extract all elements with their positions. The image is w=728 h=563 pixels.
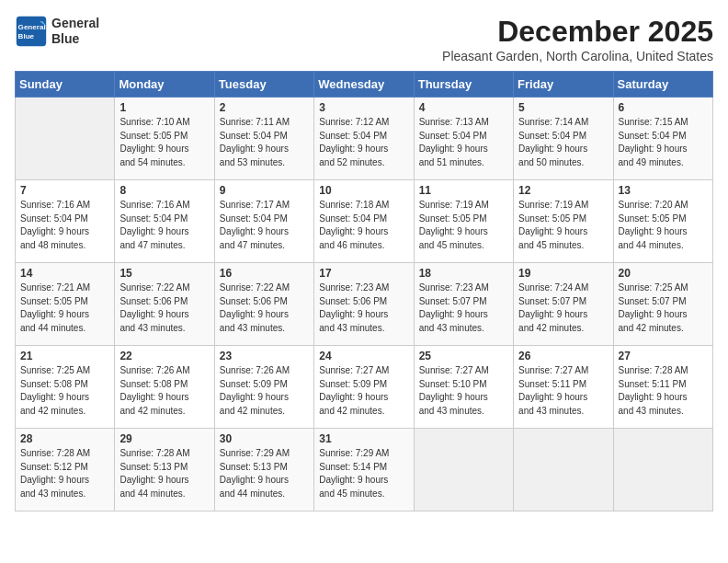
calendar-cell: 9Sunrise: 7:17 AM Sunset: 5:04 PM Daylig… xyxy=(214,180,313,263)
calendar-cell: 24Sunrise: 7:27 AM Sunset: 5:09 PM Dayli… xyxy=(314,346,414,429)
calendar-cell: 27Sunrise: 7:28 AM Sunset: 5:11 PM Dayli… xyxy=(613,346,712,429)
logo-icon: General Blue xyxy=(15,15,48,48)
day-number: 2 xyxy=(220,101,309,114)
calendar-cell: 5Sunrise: 7:14 AM Sunset: 5:04 PM Daylig… xyxy=(514,98,613,180)
day-info: Sunrise: 7:29 AM Sunset: 5:13 PM Dayligh… xyxy=(220,447,309,500)
calendar-cell: 29Sunrise: 7:28 AM Sunset: 5:13 PM Dayli… xyxy=(115,429,214,511)
day-number: 7 xyxy=(20,184,109,197)
day-info: Sunrise: 7:26 AM Sunset: 5:08 PM Dayligh… xyxy=(119,364,209,418)
day-info: Sunrise: 7:18 AM Sunset: 5:04 PM Dayligh… xyxy=(319,199,408,252)
day-info: Sunrise: 7:22 AM Sunset: 5:06 PM Dayligh… xyxy=(220,282,309,335)
calendar-cell: 8Sunrise: 7:16 AM Sunset: 5:04 PM Daylig… xyxy=(115,180,214,263)
column-header-tuesday: Tuesday xyxy=(214,72,313,98)
calendar-cell: 3Sunrise: 7:12 AM Sunset: 5:04 PM Daylig… xyxy=(314,98,414,180)
calendar-cell: 2Sunrise: 7:11 AM Sunset: 5:04 PM Daylig… xyxy=(214,98,313,180)
column-header-thursday: Thursday xyxy=(414,72,513,98)
calendar-cell: 28Sunrise: 7:28 AM Sunset: 5:12 PM Dayli… xyxy=(16,429,115,511)
day-number: 13 xyxy=(619,184,708,197)
calendar-cell: 30Sunrise: 7:29 AM Sunset: 5:13 PM Dayli… xyxy=(214,429,313,511)
calendar-cell: 19Sunrise: 7:24 AM Sunset: 5:07 PM Dayli… xyxy=(514,263,613,346)
day-number: 17 xyxy=(319,267,408,280)
page-header: General Blue General Blue December 2025 … xyxy=(15,15,713,63)
day-number: 3 xyxy=(319,101,408,114)
week-row-5: 28Sunrise: 7:28 AM Sunset: 5:12 PM Dayli… xyxy=(16,429,713,511)
calendar-cell: 18Sunrise: 7:23 AM Sunset: 5:07 PM Dayli… xyxy=(414,263,513,346)
calendar-cell: 11Sunrise: 7:19 AM Sunset: 5:05 PM Dayli… xyxy=(414,180,513,263)
day-info: Sunrise: 7:10 AM Sunset: 5:05 PM Dayligh… xyxy=(119,116,209,169)
day-number: 18 xyxy=(419,267,508,280)
day-info: Sunrise: 7:13 AM Sunset: 5:04 PM Dayligh… xyxy=(419,116,508,169)
day-info: Sunrise: 7:27 AM Sunset: 5:10 PM Dayligh… xyxy=(419,364,508,418)
calendar-cell: 12Sunrise: 7:19 AM Sunset: 5:05 PM Dayli… xyxy=(514,180,613,263)
day-number: 12 xyxy=(518,184,608,197)
calendar-cell: 1Sunrise: 7:10 AM Sunset: 5:05 PM Daylig… xyxy=(115,98,214,180)
week-row-1: 1Sunrise: 7:10 AM Sunset: 5:05 PM Daylig… xyxy=(16,98,713,180)
calendar-cell: 10Sunrise: 7:18 AM Sunset: 5:04 PM Dayli… xyxy=(314,180,414,263)
day-info: Sunrise: 7:16 AM Sunset: 5:04 PM Dayligh… xyxy=(20,199,109,252)
day-info: Sunrise: 7:15 AM Sunset: 5:04 PM Dayligh… xyxy=(619,116,708,169)
column-header-sunday: Sunday xyxy=(16,72,115,98)
day-number: 9 xyxy=(220,184,309,197)
calendar-cell: 21Sunrise: 7:25 AM Sunset: 5:08 PM Dayli… xyxy=(16,346,115,429)
calendar-table: SundayMondayTuesdayWednesdayThursdayFrid… xyxy=(15,71,713,511)
calendar-cell xyxy=(514,429,613,511)
day-info: Sunrise: 7:22 AM Sunset: 5:06 PM Dayligh… xyxy=(119,282,209,335)
week-row-4: 21Sunrise: 7:25 AM Sunset: 5:08 PM Dayli… xyxy=(16,346,713,429)
logo: General Blue General Blue xyxy=(15,15,99,48)
calendar-cell: 25Sunrise: 7:27 AM Sunset: 5:10 PM Dayli… xyxy=(414,346,513,429)
column-header-monday: Monday xyxy=(115,72,214,98)
day-info: Sunrise: 7:27 AM Sunset: 5:09 PM Dayligh… xyxy=(319,364,408,418)
day-number: 29 xyxy=(119,432,209,445)
day-info: Sunrise: 7:23 AM Sunset: 5:06 PM Dayligh… xyxy=(319,282,408,335)
day-number: 30 xyxy=(220,432,309,445)
day-info: Sunrise: 7:12 AM Sunset: 5:04 PM Dayligh… xyxy=(319,116,408,169)
calendar-cell: 31Sunrise: 7:29 AM Sunset: 5:14 PM Dayli… xyxy=(314,429,414,511)
day-info: Sunrise: 7:28 AM Sunset: 5:12 PM Dayligh… xyxy=(20,447,109,500)
column-header-friday: Friday xyxy=(514,72,613,98)
day-number: 21 xyxy=(20,350,109,362)
day-info: Sunrise: 7:20 AM Sunset: 5:05 PM Dayligh… xyxy=(619,199,708,252)
day-info: Sunrise: 7:25 AM Sunset: 5:08 PM Dayligh… xyxy=(20,364,109,418)
svg-text:General: General xyxy=(18,23,46,31)
day-info: Sunrise: 7:21 AM Sunset: 5:05 PM Dayligh… xyxy=(20,282,109,335)
day-info: Sunrise: 7:17 AM Sunset: 5:04 PM Dayligh… xyxy=(220,199,309,252)
day-number: 8 xyxy=(119,184,209,197)
calendar-cell xyxy=(613,429,712,511)
day-number: 6 xyxy=(619,101,708,114)
calendar-cell: 13Sunrise: 7:20 AM Sunset: 5:05 PM Dayli… xyxy=(613,180,712,263)
calendar-cell: 15Sunrise: 7:22 AM Sunset: 5:06 PM Dayli… xyxy=(115,263,214,346)
location: Pleasant Garden, North Carolina, United … xyxy=(442,49,713,63)
calendar-cell xyxy=(414,429,513,511)
day-info: Sunrise: 7:29 AM Sunset: 5:14 PM Dayligh… xyxy=(319,447,408,500)
calendar-cell: 4Sunrise: 7:13 AM Sunset: 5:04 PM Daylig… xyxy=(414,98,513,180)
day-number: 5 xyxy=(518,101,608,114)
day-number: 23 xyxy=(220,350,309,362)
day-number: 1 xyxy=(119,101,209,114)
calendar-cell: 7Sunrise: 7:16 AM Sunset: 5:04 PM Daylig… xyxy=(16,180,115,263)
day-number: 25 xyxy=(419,350,508,362)
day-info: Sunrise: 7:26 AM Sunset: 5:09 PM Dayligh… xyxy=(220,364,309,418)
day-number: 16 xyxy=(220,267,309,280)
column-header-saturday: Saturday xyxy=(613,72,712,98)
calendar-cell: 22Sunrise: 7:26 AM Sunset: 5:08 PM Dayli… xyxy=(115,346,214,429)
day-number: 26 xyxy=(518,350,608,362)
day-info: Sunrise: 7:25 AM Sunset: 5:07 PM Dayligh… xyxy=(619,282,708,335)
week-row-3: 14Sunrise: 7:21 AM Sunset: 5:05 PM Dayli… xyxy=(16,263,713,346)
calendar-cell: 17Sunrise: 7:23 AM Sunset: 5:06 PM Dayli… xyxy=(314,263,414,346)
day-number: 24 xyxy=(319,350,408,362)
day-info: Sunrise: 7:27 AM Sunset: 5:11 PM Dayligh… xyxy=(518,364,608,418)
calendar-cell: 6Sunrise: 7:15 AM Sunset: 5:04 PM Daylig… xyxy=(613,98,712,180)
logo-text: General Blue xyxy=(51,16,99,47)
day-info: Sunrise: 7:14 AM Sunset: 5:04 PM Dayligh… xyxy=(518,116,608,169)
calendar-cell: 14Sunrise: 7:21 AM Sunset: 5:05 PM Dayli… xyxy=(16,263,115,346)
day-info: Sunrise: 7:11 AM Sunset: 5:04 PM Dayligh… xyxy=(220,116,309,169)
day-number: 15 xyxy=(119,267,209,280)
day-number: 14 xyxy=(20,267,109,280)
day-info: Sunrise: 7:23 AM Sunset: 5:07 PM Dayligh… xyxy=(419,282,508,335)
day-number: 4 xyxy=(419,101,508,114)
svg-text:Blue: Blue xyxy=(18,32,35,40)
day-info: Sunrise: 7:19 AM Sunset: 5:05 PM Dayligh… xyxy=(518,199,608,252)
calendar-cell xyxy=(16,98,115,180)
month-title: December 2025 xyxy=(442,15,713,49)
day-number: 28 xyxy=(20,432,109,445)
